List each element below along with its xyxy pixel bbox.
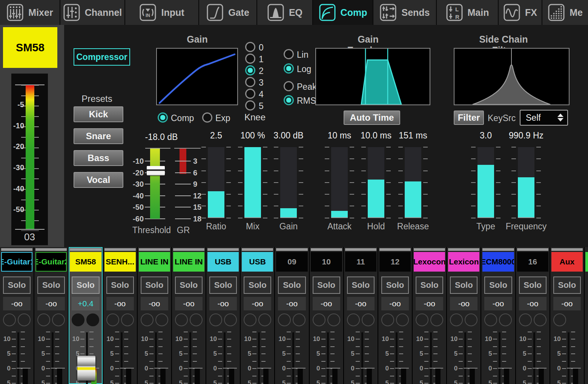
tab-meters[interactable]: Me — [542, 0, 588, 25]
tab-sends[interactable]: Sends — [373, 0, 437, 25]
knee-1-radio[interactable] — [245, 54, 255, 64]
compressor-toggle-button[interactable]: Compressor — [74, 48, 130, 66]
channel-strip[interactable]: ECM8000 Solo -oo 10505 — [481, 247, 515, 384]
tab-channel[interactable]: Channel — [60, 0, 125, 25]
channel-strip[interactable]: 09 Solo -oo 10505 — [275, 247, 309, 384]
channel-strip[interactable]: LINE IN Solo -oo 10505 — [172, 247, 206, 384]
pan-knob-icon[interactable] — [534, 313, 547, 326]
solo-button[interactable]: Solo — [72, 276, 99, 294]
channel-strip[interactable]: Aux Solo -oo 10505 — [550, 247, 584, 384]
pan-knob-icon[interactable] — [484, 313, 497, 326]
pan-knob-icon[interactable] — [244, 313, 256, 326]
pan-knob-icon[interactable] — [175, 313, 188, 326]
fader-track[interactable] — [121, 332, 123, 384]
solo-button[interactable]: Solo — [347, 276, 375, 294]
channel-strip[interactable]: USB Solo -oo 10505 — [241, 247, 274, 384]
lin-radio[interactable] — [284, 49, 294, 59]
knee-3-radio[interactable] — [245, 77, 255, 87]
channel-name-label[interactable]: Lexicon — [448, 252, 479, 272]
pan-knob-icon[interactable] — [381, 313, 394, 326]
peak-radio[interactable] — [284, 81, 294, 91]
pan-knob-icon[interactable] — [327, 313, 340, 326]
channel-name-label[interactable]: E-Guitar1 — [1, 252, 32, 272]
channel-name-label[interactable]: 11 — [345, 252, 376, 272]
attack-fader[interactable] — [331, 147, 348, 218]
pan-knob-icon[interactable] — [519, 313, 532, 326]
pan-knob-icon[interactable] — [430, 313, 443, 326]
solo-button[interactable]: Solo — [3, 276, 31, 294]
channel-name-label[interactable]: 16 — [517, 252, 548, 272]
threshold-slider-handle[interactable] — [147, 166, 165, 175]
fader-track[interactable] — [430, 332, 432, 384]
knee-0-radio[interactable] — [245, 42, 255, 52]
auto-time-button[interactable]: Auto Time — [344, 111, 400, 125]
channel-strip[interactable]: Lexocon Solo -oo 10505 — [413, 247, 446, 384]
pan-knob-icon[interactable] — [450, 313, 463, 326]
pan-knob-icon[interactable] — [258, 313, 271, 326]
fader-track[interactable] — [155, 332, 157, 384]
pan-knob-icon[interactable] — [155, 313, 168, 326]
fader-track[interactable] — [499, 332, 500, 384]
solo-button[interactable]: Solo — [416, 276, 443, 294]
pan-knob-icon[interactable] — [396, 313, 409, 326]
keysrc-dropdown[interactable]: Self — [520, 110, 568, 126]
fader-track[interactable] — [464, 332, 466, 384]
hold-fader[interactable] — [368, 147, 384, 218]
pan-knob-icon[interactable] — [362, 313, 375, 326]
pan-knob-icon[interactable] — [86, 313, 99, 326]
pan-knob-icon[interactable] — [278, 313, 291, 326]
tab-eq[interactable]: EQ — [257, 0, 313, 25]
fader-track[interactable] — [533, 332, 535, 384]
fader-track[interactable] — [17, 332, 19, 384]
pan-knob-icon[interactable] — [465, 313, 477, 326]
channel-strip[interactable]: 12 Solo -oo 10505 — [378, 247, 412, 384]
solo-button[interactable]: Solo — [313, 276, 340, 294]
solo-button[interactable]: Solo — [484, 276, 512, 294]
fader-track[interactable] — [52, 332, 54, 384]
fader-track[interactable] — [292, 332, 294, 384]
channel-strip[interactable]: 11 Solo -oo 10505 — [344, 247, 378, 384]
preset-vocal-button[interactable]: Vocal — [74, 172, 123, 188]
tab-main[interactable]: LR Main — [437, 0, 499, 25]
channel-name-label[interactable]: ECM8000 — [482, 252, 514, 272]
pan-knob-icon[interactable] — [37, 313, 50, 326]
pan-knob-icon[interactable] — [224, 313, 237, 326]
pan-knob-icon[interactable] — [313, 313, 325, 326]
knee-5-radio[interactable] — [245, 100, 255, 111]
fader-track[interactable] — [224, 332, 226, 384]
pan-knob-icon[interactable] — [553, 313, 566, 326]
channel-strip[interactable]: E-Guitar2 Solo -oo 10505 — [34, 247, 68, 384]
solo-button[interactable]: Solo — [209, 276, 237, 294]
fader-track[interactable] — [258, 332, 260, 384]
channel-name-label[interactable]: E-Guitar2 — [35, 252, 67, 272]
fader-track[interactable] — [327, 332, 329, 384]
fader-handle[interactable] — [77, 356, 95, 381]
channel-name-label[interactable]: SENH... — [104, 252, 136, 272]
solo-button[interactable]: Solo — [519, 276, 547, 294]
solo-button[interactable]: Solo — [450, 276, 477, 294]
mix-fader[interactable] — [244, 147, 261, 218]
knee-4-radio[interactable] — [245, 89, 255, 99]
channel-strip[interactable]: SENH... Solo -oo 10505 — [103, 247, 137, 384]
pan-knob-icon[interactable] — [106, 313, 119, 326]
solo-button[interactable]: Solo — [141, 276, 168, 294]
exp-mode-radio[interactable] — [202, 112, 212, 123]
gain-fader[interactable] — [280, 147, 297, 218]
channel-strip[interactable]: Lexicon Solo -oo 10505 — [447, 247, 481, 384]
channel-name-label[interactable]: USB — [242, 252, 273, 272]
channel-strip[interactable]: USB Solo -oo 10505 — [206, 247, 240, 384]
tab-mixer[interactable]: Mixer — [0, 0, 60, 25]
channel-strip[interactable]: SM58 Solo +0.4 10505 — [69, 247, 102, 384]
pan-knob-icon[interactable] — [209, 313, 222, 326]
solo-button[interactable]: Solo — [278, 276, 306, 294]
type-fader[interactable] — [477, 147, 494, 218]
pan-knob-icon[interactable] — [3, 313, 16, 326]
solo-button[interactable]: Solo — [553, 276, 581, 294]
tab-comp[interactable]: Comp — [313, 0, 373, 25]
solo-button[interactable]: Solo — [381, 276, 409, 294]
pan-knob-icon[interactable] — [190, 313, 203, 326]
channel-strip[interactable]: LINE IN Solo -oo 10505 — [138, 247, 171, 384]
tab-gate[interactable]: Gate — [199, 0, 257, 25]
channel-name-label[interactable]: 12 — [379, 252, 411, 272]
solo-button[interactable]: Solo — [37, 276, 65, 294]
